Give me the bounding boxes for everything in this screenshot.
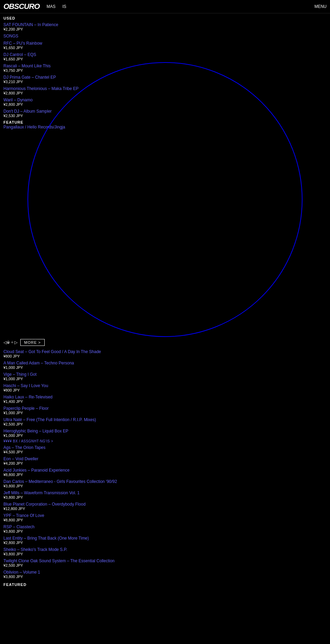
new-item-title[interactable]: Hieroglyphic Being – Liquid Box EP [3, 429, 68, 433]
used-item-title[interactable]: RFC – PU's Rainbow [3, 41, 42, 46]
new-list-item: Vige – Thing I Got¥1,000 JPY [0, 371, 330, 382]
more-list-item: Blue Planet Corporation – Overdybody Flo… [0, 500, 330, 512]
more-list-item: Sheiko – Sheiko's Track Mode S.P.¥3,800 … [0, 546, 330, 557]
new-item-price: ¥800 JPY [3, 388, 327, 392]
new-item-price: ¥1,000 JPY [3, 411, 327, 415]
new-item-price: ¥1,000 JPY [3, 433, 327, 438]
more-item-price: ¥8,800 JPY [3, 473, 327, 477]
used-item-title[interactable]: DJ Cantrol – EQS [3, 52, 36, 57]
more-item-title[interactable]: Eon – Void Dweller [3, 456, 38, 461]
nav-item-mas[interactable]: MAS [46, 4, 55, 9]
more-item-price: ¥8,800 JPY [3, 518, 327, 522]
more-list-item: Ags – The Orion Tapes¥4,500 JPY [0, 444, 330, 455]
more-item-price: ¥3,800 JPY [3, 575, 327, 579]
new-item-title[interactable]: Haschi – Say I Love You [3, 383, 48, 388]
more-item-price: ¥2,500 JPY [3, 563, 327, 567]
more-items-list: Ags – The Orion Tapes¥4,500 JPYEon – Voi… [0, 444, 330, 580]
new-items-list: Cloud Seat – Got To Feel Good / A Day In… [0, 348, 330, 439]
used-item-title[interactable]: SAT FOUNTAIN – In Patience [3, 22, 58, 27]
header-menu[interactable]: MENU [315, 4, 327, 9]
more-list-item: Eon – Void Dweller¥4,200 JPY [0, 455, 330, 466]
more-item-price: ¥4,200 JPY [3, 461, 327, 465]
logo: OBSCURO [3, 2, 40, 11]
new-list-item: Haschi – Say I Love You¥800 JPY [0, 382, 330, 393]
used-item-title[interactable]: Harmonious Thelonious – Maka Tribe EP [3, 86, 79, 91]
top-nav: MAS IS [46, 4, 66, 9]
more-item-title[interactable]: Acid Junkies – Paranoid Experience [3, 468, 69, 473]
used-list-item: DJ Cantrol – EQS¥1,650 JPY [0, 51, 330, 62]
more-item-price: ¥3,800 JPY [3, 484, 327, 488]
pagination-icons: ◁※ ÷ ▷ [3, 340, 18, 345]
new-item-price: ¥2,500 JPY [3, 422, 327, 426]
new-item-title[interactable]: A Man Called Adam – Techno Persona [3, 361, 74, 365]
more-item-title[interactable]: Last Entity – Bring That Back (One More … [3, 536, 89, 541]
more-item-title[interactable]: Blue Planet Corporation – Overdybody Flo… [3, 502, 86, 507]
pagination-row: ◁※ ÷ ▷ MORE > [0, 337, 330, 348]
new-item-title[interactable]: Vige – Thing I Got [3, 372, 36, 377]
new-list-item: Cloud Seat – Got To Feel Good / A Day In… [0, 348, 330, 359]
more-list-item: Twilight Clone Oak Sound System – The Es… [0, 557, 330, 568]
more-item-title[interactable]: Jeff Mills – Waveform Transmission Vol. … [3, 490, 79, 495]
new-item-title[interactable]: Haiko Laux – Re-Televised [3, 395, 53, 399]
used-list-item: SAT FOUNTAIN – In Patience¥2,200 JPY [0, 21, 330, 32]
more-item-price: ¥3,800 JPY [3, 552, 327, 556]
more-list-item: Last Entity – Bring That Back (One More … [0, 534, 330, 546]
used-item-price: ¥1,650 JPY [3, 46, 327, 50]
used-item-title[interactable]: DJ Prima Gate – Chantel EP [3, 75, 56, 80]
more-list-item: Dan Carlos – Mediterraneo - Girls Favour… [0, 478, 330, 489]
more-item-title[interactable]: RSP – Classtech [3, 524, 35, 529]
more-item-price: ¥4,500 JPY [3, 450, 327, 454]
new-item-price: ¥1,000 JPY [3, 365, 327, 370]
used-list-item: SONGS [0, 32, 330, 39]
more-item-price: ¥3,800 JPY [3, 495, 327, 499]
circle-arc-decoration [28, 62, 302, 337]
more-item-title[interactable]: Oblivion – Volume 1 [3, 570, 40, 575]
more-button[interactable]: MORE > [20, 339, 44, 346]
more-item-price: ¥3,800 JPY [3, 529, 327, 533]
more-list-item: Jeff Mills – Waveform Transmission Vol. … [0, 489, 330, 500]
feature-image-area [0, 131, 330, 337]
more-item-title[interactable]: Ags – The Orion Tapes [3, 445, 45, 450]
used-item-title[interactable]: Waril – Dynamo [3, 98, 33, 102]
top-bar: OBSCURO MAS IS MENU [0, 0, 330, 13]
more-item-title[interactable]: Sheiko – Sheiko's Track Mode S.P. [3, 547, 67, 552]
more-list-item: Acid Junkies – Paranoid Experience¥8,800… [0, 466, 330, 478]
new-list-item: Ultra Naté – Free (The Full Intention / … [0, 416, 330, 427]
used-item-price: ¥2,200 JPY [3, 27, 327, 31]
more-list-item: YPF – Trance Of Love¥8,800 JPY [0, 512, 330, 523]
new-item-price: ¥1,400 JPY [3, 399, 327, 404]
used-item-title[interactable]: Don't DJ – Album Sampler [3, 109, 52, 114]
nav-item-is[interactable]: IS [62, 4, 66, 9]
more-item-price: ¥2,800 JPY [3, 541, 327, 545]
new-list-item: Paperclip People – Floor¥1,000 JPY [0, 405, 330, 416]
used-item-title[interactable]: SONGS [3, 34, 18, 38]
more-item-title[interactable]: Dan Carlos – Mediterraneo - Girls Favour… [3, 479, 117, 484]
new-list-item: Haiko Laux – Re-Televised¥1,400 JPY [0, 393, 330, 405]
sub-link[interactable]: ¥¥¥¥ BX / ASSGNHT·NG'IS > [0, 439, 330, 444]
featured-bottom-label: FEATURED [0, 580, 330, 588]
used-section-label: USED [0, 13, 330, 21]
more-item-title[interactable]: YPF – Trance Of Love [3, 513, 44, 518]
more-list-item: Oblivion – Volume 1¥3,800 JPY [0, 568, 330, 580]
new-list-item: A Man Called Adam – Techno Persona¥1,000… [0, 359, 330, 371]
new-item-title[interactable]: Ultra Naté – Free (The Full Intention / … [3, 417, 96, 422]
new-item-price: ¥800 JPY [3, 354, 327, 358]
new-item-title[interactable]: Cloud Seat – Got To Feel Good / A Day In… [3, 349, 101, 354]
more-list-item: RSP – Classtech¥3,800 JPY [0, 523, 330, 534]
used-list-item: RFC – PU's Rainbow¥1,650 JPY [0, 39, 330, 51]
more-item-price: ¥12,800 JPY [3, 507, 327, 511]
new-item-price: ¥1,000 JPY [3, 377, 327, 381]
new-item-title[interactable]: Paperclip People – Floor [3, 406, 48, 411]
used-item-title[interactable]: Rascali – Mount Like This [3, 64, 51, 68]
used-item-price: ¥1,650 JPY [3, 57, 327, 61]
more-item-title[interactable]: Twilight Clone Oak Sound System – The Es… [3, 558, 114, 563]
new-list-item: Hieroglyphic Being – Liquid Box EP¥1,000… [0, 427, 330, 439]
